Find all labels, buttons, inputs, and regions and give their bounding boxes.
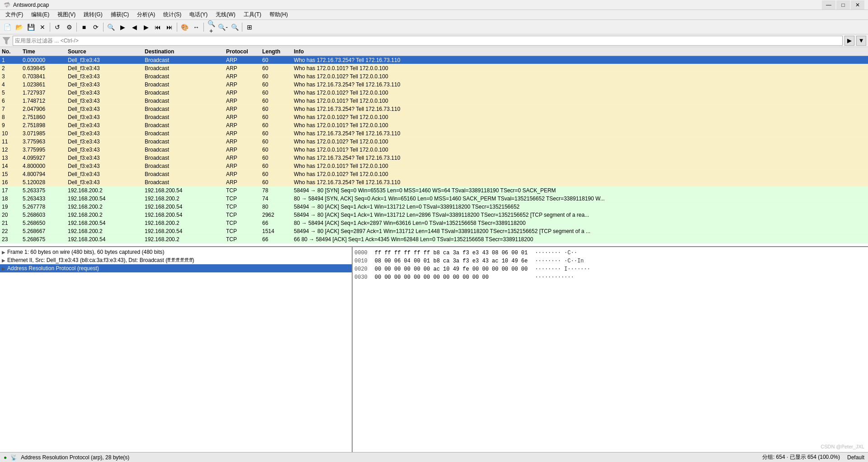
filter-dropdown-button[interactable]: ▼ — [856, 36, 866, 46]
toolbar-zoom-in-button[interactable]: 🔍+ — [206, 22, 217, 33]
packet-row[interactable]: 15 4.800794 Dell_f3:e3:43 Broadcast ARP … — [0, 170, 868, 178]
packet-row[interactable]: 16 5.120028 Dell_f3:e3:43 Broadcast ARP … — [0, 178, 868, 186]
packet-row[interactable]: 19 5.267778 192.168.200.2 192.168.200.54… — [0, 203, 868, 211]
packet-row[interactable]: 2 0.639845 Dell_f3:e3:43 Broadcast ARP 6… — [0, 64, 868, 72]
hex-panel: 0000001000200030 ff ff ff ff ff ff b8 ca… — [353, 247, 868, 452]
pkt-time: 5.263375 — [23, 187, 68, 194]
menu-item[interactable]: 工具(T) — [240, 10, 265, 19]
pkt-dst: 192.168.200.2 — [145, 236, 226, 243]
menu-item[interactable]: 无线(W) — [212, 10, 239, 19]
toolbar-restart-button[interactable]: ⟳ — [90, 22, 101, 33]
pkt-len: 80 — [262, 204, 294, 210]
toolbar-autosize-button[interactable]: ↔ — [191, 22, 202, 33]
toolbar-open-button[interactable]: 📂 — [14, 22, 24, 33]
pkt-src: Dell_f3:e3:43 — [68, 147, 145, 153]
pkt-src: Dell_f3:e3:43 — [68, 130, 145, 137]
packet-row[interactable]: 5 1.727937 Dell_f3:e3:43 Broadcast ARP 6… — [0, 89, 868, 97]
detail-row[interactable]: ▶Frame 1: 60 bytes on wire (480 bits), 6… — [0, 248, 352, 256]
status-icon-ready: ● — [4, 454, 7, 461]
packet-row[interactable]: 3 0.703841 Dell_f3:e3:43 Broadcast ARP 6… — [0, 72, 868, 81]
menu-item[interactable]: 帮助(H) — [266, 10, 292, 19]
minimize-button[interactable]: — — [822, 0, 835, 10]
pkt-len: 60 — [262, 155, 294, 161]
packet-row[interactable]: 14 4.800000 Dell_f3:e3:43 Broadcast ARP … — [0, 162, 868, 170]
toolbar-save-button[interactable]: 💾 — [25, 22, 36, 33]
close-button[interactable]: ✕ — [851, 0, 864, 10]
menu-item[interactable]: 捕获(C) — [107, 10, 133, 19]
filter-icon — [2, 36, 11, 45]
pkt-info: 66 80 → 58494 [ACK] Seq=1 Ack=4345 Win=6… — [294, 236, 868, 243]
packet-row[interactable]: 4 1.023861 Dell_f3:e3:43 Broadcast ARP 6… — [0, 81, 868, 89]
menu-item[interactable]: 统计(S) — [160, 10, 185, 19]
toolbar-zoom-reset-button[interactable]: 🔍 — [229, 22, 240, 33]
packet-row[interactable]: 11 3.775963 Dell_f3:e3:43 Broadcast ARP … — [0, 138, 868, 146]
packet-row[interactable]: 21 5.268650 192.168.200.54 192.168.200.2… — [0, 219, 868, 227]
packet-row[interactable]: 1 0.000000 Dell_f3:e3:43 Broadcast ARP 6… — [0, 56, 868, 64]
toolbar-prev-button[interactable]: ◀ — [129, 22, 140, 33]
packet-row[interactable]: 18 5.263433 192.168.200.54 192.168.200.2… — [0, 195, 868, 203]
toolbar-new-button[interactable]: 📄 — [2, 22, 13, 33]
pkt-no: 9 — [0, 122, 23, 129]
pkt-len: 2962 — [262, 212, 294, 218]
packet-row[interactable]: 7 2.047906 Dell_f3:e3:43 Broadcast ARP 6… — [0, 105, 868, 113]
toolbar-sep1 — [50, 23, 50, 32]
detail-panel[interactable]: ▶Frame 1: 60 bytes on wire (480 bits), 6… — [0, 247, 353, 452]
pkt-dst: 192.168.200.2 — [145, 220, 226, 226]
pkt-proto: ARP — [226, 57, 262, 63]
toolbar-zoom-out-button[interactable]: 🔍- — [217, 22, 228, 33]
toolbar-last-button[interactable]: ⏭ — [164, 22, 175, 33]
pkt-proto: ARP — [226, 147, 262, 153]
col-header-no: No. — [0, 48, 23, 55]
packet-row[interactable]: 6 1.748712 Dell_f3:e3:43 Broadcast ARP 6… — [0, 97, 868, 105]
toolbar-reload-button[interactable]: ↺ — [52, 22, 63, 33]
toolbar-go-button[interactable]: ▶ — [117, 22, 128, 33]
packet-row[interactable]: 20 5.268603 192.168.200.2 192.168.200.54… — [0, 211, 868, 219]
pkt-time: 1.748712 — [23, 98, 68, 104]
packet-row[interactable]: 23 5.268675 192.168.200.54 192.168.200.2… — [0, 235, 868, 243]
filter-apply-button[interactable]: ▶ — [844, 36, 854, 46]
pkt-src: 192.168.200.2 — [68, 187, 145, 194]
packet-row[interactable]: 9 2.751898 Dell_f3:e3:43 Broadcast ARP 6… — [0, 121, 868, 129]
menu-item[interactable]: 编辑(E) — [28, 10, 53, 19]
menu-item[interactable]: 跳转(G) — [80, 10, 106, 19]
pkt-src: Dell_f3:e3:43 — [68, 57, 145, 63]
packet-row[interactable]: 10 3.071985 Dell_f3:e3:43 Broadcast ARP … — [0, 129, 868, 138]
toolbar-capture-options[interactable]: ⚙ — [64, 22, 75, 33]
pkt-proto: TCP — [226, 236, 262, 243]
pkt-time: 5.268603 — [23, 212, 68, 218]
packet-row[interactable]: 12 3.775995 Dell_f3:e3:43 Broadcast ARP … — [0, 146, 868, 154]
toolbar-close-button[interactable]: ✕ — [37, 22, 48, 33]
toolbar-first-button[interactable]: ⏮ — [152, 22, 163, 33]
pkt-proto: ARP — [226, 73, 262, 80]
pkt-info: 58494 → 80 [ACK] Seq=2897 Ack=1 Win=1317… — [294, 228, 868, 234]
menu-item[interactable]: 分析(A) — [133, 10, 159, 19]
menu-item[interactable]: 文件(F) — [2, 10, 27, 19]
toolbar-colorize-button[interactable]: 🎨 — [179, 22, 190, 33]
packet-row[interactable]: 8 2.751860 Dell_f3:e3:43 Broadcast ARP 6… — [0, 113, 868, 121]
pkt-src: Dell_f3:e3:43 — [68, 155, 145, 161]
pkt-src: Dell_f3:e3:43 — [68, 138, 145, 145]
packet-row[interactable]: 22 5.268667 192.168.200.2 192.168.200.54… — [0, 227, 868, 235]
packet-list[interactable]: 1 0.000000 Dell_f3:e3:43 Broadcast ARP 6… — [0, 56, 868, 246]
packet-row[interactable]: 13 4.095927 Dell_f3:e3:43 Broadcast ARP … — [0, 154, 868, 162]
pkt-len: 60 — [262, 73, 294, 80]
pkt-time: 2.751860 — [23, 114, 68, 120]
toolbar-stop-button[interactable]: ■ — [79, 22, 90, 33]
pkt-proto: ARP — [226, 106, 262, 112]
detail-row[interactable]: ▶Address Resolution Protocol (request) — [0, 264, 352, 272]
col-header-info: Info — [294, 48, 868, 55]
toolbar-next-button[interactable]: ▶ — [141, 22, 151, 33]
pkt-dst: Broadcast — [145, 179, 226, 186]
packet-row[interactable]: 17 5.263375 192.168.200.2 192.168.200.54… — [0, 186, 868, 195]
detail-row[interactable]: ▶Ethernet II, Src: Dell_f3:e3:43 (b8:ca:… — [0, 256, 352, 264]
status-left: ● 📡 Address Resolution Protocol (arp), 2… — [4, 454, 129, 461]
pkt-time: 0.703841 — [23, 73, 68, 80]
menu-item[interactable]: 视图(V) — [54, 10, 79, 19]
toolbar-find-button[interactable]: 🔍 — [105, 22, 116, 33]
maximize-button[interactable]: □ — [836, 0, 850, 10]
pkt-info: Who has 172.0.0.102? Tell 172.0.0.100 — [294, 171, 868, 177]
toolbar-resize-button[interactable]: ⊞ — [244, 22, 255, 33]
menu-item[interactable]: 电话(Y) — [186, 10, 211, 19]
pkt-len: 60 — [262, 98, 294, 104]
filter-input[interactable] — [13, 36, 843, 46]
